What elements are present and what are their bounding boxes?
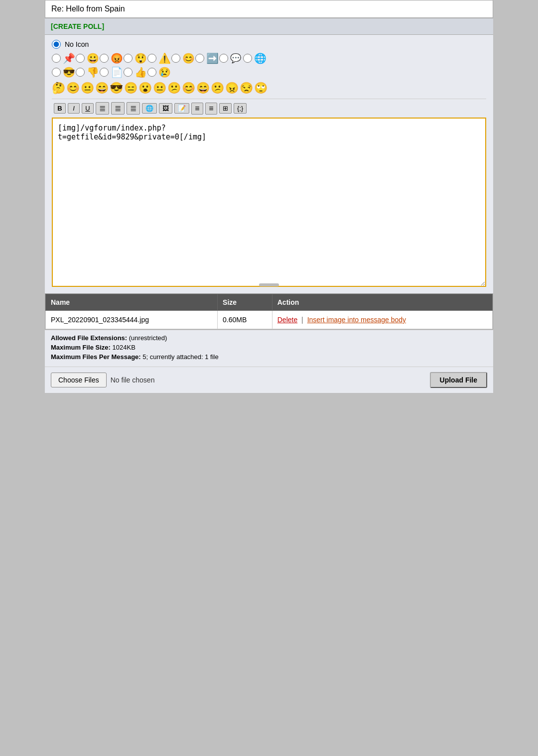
icon-teal: 🌐 (254, 53, 265, 64)
file-size-cell: 0.60MB (218, 311, 272, 329)
max-size-label: Maximum File Size: (51, 344, 111, 351)
emoji-14[interactable]: 😒 (240, 82, 253, 95)
insert-link-btn[interactable]: 🌐 (142, 103, 157, 114)
emoji-2[interactable]: 😊 (66, 82, 80, 95)
table-row: PXL_20220901_023345444.jpg 0.60MB Delete… (46, 311, 493, 329)
allowed-extensions-row: Allowed File Extensions: (unrestricted) (51, 334, 487, 342)
icon-radio-thumbsdown[interactable] (76, 68, 85, 77)
icon-radio-happy[interactable] (171, 54, 180, 63)
emoji-6[interactable]: 😑 (124, 82, 137, 95)
italic-btn[interactable]: I (68, 103, 80, 114)
file-info-section: Allowed File Extensions: (unrestricted) … (45, 330, 493, 367)
underline-btn[interactable]: U (82, 103, 94, 114)
icon-radio-pin[interactable] (52, 54, 61, 63)
icon-radio-sad[interactable] (147, 68, 156, 77)
file-name-cell: PXL_20220901_023345444.jpg (46, 311, 218, 329)
emoji-9[interactable]: 😕 (167, 82, 181, 95)
icon-thumbsdown: 👎 (87, 67, 98, 78)
insert-file-btn[interactable]: 📝 (174, 103, 189, 114)
action-separator: | (301, 316, 305, 324)
emoji-13[interactable]: 😠 (225, 82, 239, 95)
max-files-row: Maximum Files Per Message: 5; currently … (51, 353, 487, 361)
icon-thumbsup: 👍 (134, 67, 145, 78)
icon-sad: 😢 (158, 67, 169, 78)
choose-files-button[interactable]: Choose Files (51, 373, 107, 387)
emoji-8[interactable]: 😐 (153, 82, 166, 95)
icon-radio-wow[interactable] (124, 54, 133, 63)
col-header-action: Action (272, 294, 492, 311)
emoji-row: 🤔 😊 😐 😄 😎 😑 😮 😐 😕 😊 😄 😕 😠 😒 🙄 (52, 82, 486, 95)
message-textarea[interactable]: [img]/vgforum/index.php? t=getfile&id=98… (52, 118, 486, 287)
icon-cool: 😎 (63, 67, 74, 78)
icon-angry: 😡 (111, 53, 122, 64)
icon-info: 💬 (230, 53, 241, 64)
emoji-11[interactable]: 😄 (196, 82, 210, 95)
max-files-value-text: 5; currently attached: 1 file (142, 353, 218, 361)
toolbar: B I U ≣ ≣ ≣ 🌐 🖼 📝 ≡ ≡ ⊞ {;} (52, 99, 486, 118)
ordered-list-btn[interactable]: ≡ (191, 103, 203, 115)
create-poll-link[interactable]: [CREATE POLL] (51, 22, 104, 30)
no-icon-label: No Icon (65, 40, 89, 48)
create-poll-bar: [CREATE POLL] (45, 18, 493, 35)
upload-file-button[interactable]: Upload File (430, 372, 487, 388)
no-icon-row: No Icon (52, 40, 486, 49)
scrollbar-hint (259, 283, 279, 286)
emoji-4[interactable]: 😄 (95, 82, 109, 95)
emoji-7[interactable]: 😮 (138, 82, 152, 95)
file-action-cell: Delete | Insert image into message body (272, 311, 492, 329)
emoji-10[interactable]: 😊 (182, 82, 195, 95)
align-right-btn[interactable]: ≣ (127, 102, 140, 115)
icon-radio-arrow[interactable] (195, 54, 204, 63)
icon-happy: 😊 (182, 53, 193, 64)
table-header-row: Name Size Action (46, 294, 493, 311)
icon-warning: ⚠️ (158, 53, 169, 64)
table-btn[interactable]: ⊞ (219, 103, 232, 114)
unordered-list-btn[interactable]: ≡ (205, 103, 217, 115)
no-file-chosen-label: No file chosen (111, 376, 155, 384)
emoji-12[interactable]: 😕 (211, 82, 224, 95)
icon-radio-cool[interactable] (52, 68, 61, 77)
icon-radio-info[interactable] (219, 54, 228, 63)
emoji-3[interactable]: 😐 (81, 82, 94, 95)
subject-input[interactable] (45, 0, 493, 18)
icon-document: 📄 (111, 67, 122, 78)
icon-row-2: 😎 👎 📄 👍 😢 (52, 67, 486, 78)
no-icon-radio[interactable] (52, 40, 61, 49)
icon-section: No Icon 📌 😀 😡 😲 ⚠️ 😊 ➡️ 💬 🌐 😎 (45, 35, 493, 293)
allowed-value-text: (unrestricted) (129, 334, 167, 342)
col-header-name: Name (46, 294, 218, 311)
subject-bar (45, 0, 493, 18)
delete-link[interactable]: Delete (277, 316, 297, 324)
emoji-1[interactable]: 🤔 (52, 82, 65, 95)
max-size-value-text: 1024KB (113, 344, 135, 351)
bold-btn[interactable]: B (54, 103, 66, 114)
icon-radio-document[interactable] (100, 68, 109, 77)
allowed-label: Allowed File Extensions: (51, 334, 127, 342)
align-left-btn[interactable]: ≣ (96, 102, 109, 115)
icon-radio-angry[interactable] (100, 54, 109, 63)
icon-smile: 😀 (87, 53, 98, 64)
emoji-5[interactable]: 😎 (110, 82, 123, 95)
emoji-15[interactable]: 🙄 (254, 82, 268, 95)
col-header-size: Size (218, 294, 272, 311)
page-container: [CREATE POLL] No Icon 📌 😀 😡 😲 ⚠️ 😊 ➡️ 💬 (45, 0, 493, 393)
icon-radio-thumbsup[interactable] (124, 68, 133, 77)
insert-image-link[interactable]: Insert image into message body (307, 316, 406, 324)
icon-pin: 📌 (63, 53, 74, 64)
upload-row: Choose Files No file chosen Upload File (45, 367, 493, 393)
code-btn[interactable]: {;} (234, 103, 247, 114)
icon-wow: 😲 (134, 53, 145, 64)
icon-radio-teal[interactable] (243, 54, 252, 63)
file-table: Name Size Action PXL_20220901_023345444.… (45, 294, 493, 329)
icon-arrow: ➡️ (206, 53, 217, 64)
icon-radio-smile[interactable] (76, 54, 85, 63)
max-files-label: Maximum Files Per Message: (51, 353, 141, 361)
icon-radio-warning[interactable] (147, 54, 156, 63)
insert-image-btn[interactable]: 🖼 (159, 103, 172, 114)
align-center-btn[interactable]: ≣ (111, 102, 125, 115)
max-size-row: Maximum File Size: 1024KB (51, 344, 487, 351)
icon-row-1: 📌 😀 😡 😲 ⚠️ 😊 ➡️ 💬 🌐 (52, 53, 486, 64)
file-table-section: Name Size Action PXL_20220901_023345444.… (45, 293, 493, 330)
textarea-wrapper: [img]/vgforum/index.php? t=getfile&id=98… (52, 118, 486, 288)
